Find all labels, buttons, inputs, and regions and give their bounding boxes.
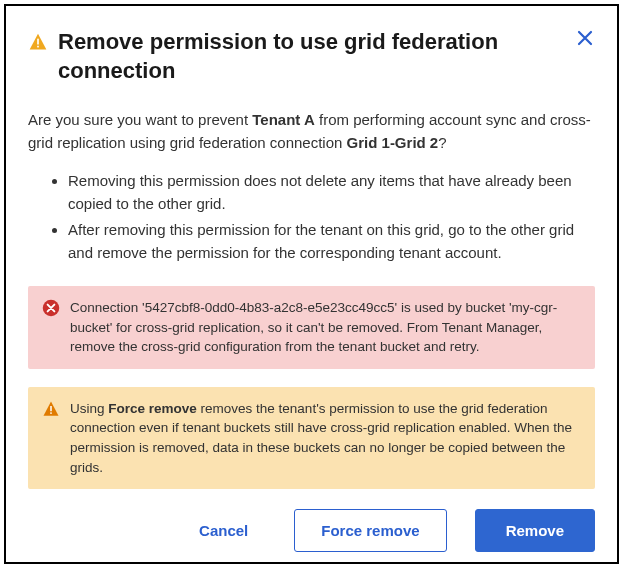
error-text: Connection '5427cbf8-0dd0-4b83-a2c8-e5e2… — [70, 298, 581, 357]
remove-permission-dialog: Remove permission to use grid federation… — [4, 4, 619, 564]
error-icon — [42, 299, 60, 323]
cancel-button[interactable]: Cancel — [181, 510, 266, 551]
svg-rect-0 — [37, 39, 39, 45]
warning-icon — [28, 32, 48, 56]
force-remove-button[interactable]: Force remove — [294, 509, 446, 552]
svg-rect-1 — [37, 46, 39, 48]
warning-text: Using Force remove removes the tenant's … — [70, 399, 581, 477]
list-item: After removing this permission for the t… — [68, 219, 595, 264]
error-alert: Connection '5427cbf8-0dd0-4b83-a2c8-e5e2… — [28, 286, 595, 369]
close-button[interactable] — [575, 28, 595, 48]
warn-pre: Using — [70, 401, 108, 416]
connection-name: Grid 1-Grid 2 — [347, 134, 439, 151]
dialog-title: Remove permission to use grid federation… — [58, 28, 565, 85]
intro-pre: Are you sure you want to prevent — [28, 111, 252, 128]
intro-text: Are you sure you want to prevent Tenant … — [28, 109, 595, 154]
close-icon — [577, 30, 593, 46]
tenant-name: Tenant A — [252, 111, 315, 128]
dialog-footer: Cancel Force remove Remove — [28, 489, 595, 552]
dialog-header: Remove permission to use grid federation… — [28, 28, 595, 85]
warning-icon — [42, 400, 60, 424]
warn-bold: Force remove — [108, 401, 197, 416]
bullets-list: Removing this permission does not delete… — [28, 170, 595, 268]
svg-rect-3 — [50, 406, 52, 411]
warning-alert: Using Force remove removes the tenant's … — [28, 387, 595, 489]
list-item: Removing this permission does not delete… — [68, 170, 595, 215]
remove-button[interactable]: Remove — [475, 509, 595, 552]
svg-rect-4 — [50, 412, 52, 414]
intro-post: ? — [438, 134, 446, 151]
